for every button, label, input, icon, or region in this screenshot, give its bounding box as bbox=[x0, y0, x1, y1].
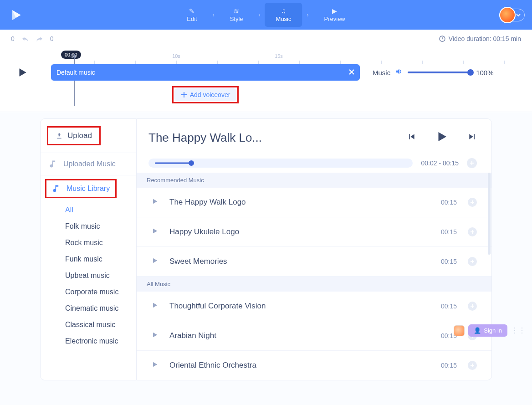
app-logo bbox=[0, 8, 32, 22]
wizard-step-label: Music bbox=[276, 15, 292, 22]
category-item[interactable]: Electronic music bbox=[41, 333, 136, 349]
track-add-button[interactable] bbox=[468, 227, 477, 236]
track-play-button[interactable] bbox=[151, 361, 159, 370]
callout-highlight: Add voiceover bbox=[172, 86, 239, 103]
player-prev-button[interactable] bbox=[407, 132, 416, 143]
track-add-button[interactable] bbox=[468, 257, 477, 266]
avatar bbox=[499, 7, 516, 23]
wizard-step-music[interactable]: ♫ Music bbox=[265, 3, 302, 27]
player-play-button[interactable] bbox=[435, 130, 449, 145]
mascot-icon bbox=[454, 325, 465, 336]
player-add-button[interactable] bbox=[467, 158, 477, 168]
music-icon: ♫ bbox=[281, 7, 286, 15]
sidebar-item-uploaded-music[interactable]: Uploaded Music bbox=[41, 153, 136, 175]
undo-button[interactable] bbox=[21, 35, 29, 43]
category-item[interactable]: Corporate music bbox=[41, 284, 136, 300]
timeline-music-clip[interactable]: Default music bbox=[51, 64, 360, 81]
volume-slider[interactable] bbox=[408, 72, 471, 73]
upload-button[interactable]: Upload bbox=[49, 128, 98, 143]
category-item[interactable]: Upbeat music bbox=[41, 267, 136, 284]
track-add-button[interactable] bbox=[468, 302, 477, 311]
track-name: Oriental Ethnic Orchestra bbox=[169, 361, 430, 370]
track-section-header: All Music bbox=[137, 277, 491, 292]
track-name: Arabian Night bbox=[169, 331, 430, 340]
add-voiceover-label: Add voiceover bbox=[190, 91, 230, 98]
category-item[interactable]: Classical music bbox=[41, 317, 136, 333]
timeline-music-label: Default music bbox=[56, 69, 95, 76]
player-next-button[interactable] bbox=[468, 132, 477, 143]
track-play-button[interactable] bbox=[151, 198, 159, 207]
timeline-play-button[interactable] bbox=[16, 67, 28, 78]
volume-icon[interactable] bbox=[395, 67, 403, 77]
track-name: The Happy Walk Logo bbox=[169, 198, 430, 207]
drag-handle-icon[interactable]: ⋮⋮ bbox=[511, 326, 526, 335]
account-menu[interactable] bbox=[499, 7, 525, 23]
scrollbar[interactable] bbox=[488, 173, 491, 255]
track-duration: 00:15 bbox=[441, 302, 457, 310]
category-item[interactable]: Rock music bbox=[41, 235, 136, 251]
track-row[interactable]: The Happy Walk Logo00:15 bbox=[137, 188, 491, 217]
category-item[interactable]: Funk music bbox=[41, 251, 136, 267]
track-row[interactable]: Thoughtful Corporate Vision00:15 bbox=[137, 292, 491, 321]
wizard-step-label: Edit bbox=[187, 15, 197, 22]
category-item[interactable]: All bbox=[41, 202, 136, 218]
ruler-tick: 10s bbox=[172, 53, 180, 59]
track-row[interactable]: Happy Ukulele Logo00:15 bbox=[137, 217, 491, 247]
category-item[interactable]: Folk music bbox=[41, 218, 136, 235]
track-name: Thoughtful Corporate Vision bbox=[169, 302, 430, 311]
wizard-steps: ✎ Edit › ≋ Style › ♫ Music › ▶ Preview bbox=[176, 3, 356, 27]
video-duration: Video duration: 00:15 min bbox=[439, 35, 521, 42]
style-icon: ≋ bbox=[234, 7, 239, 15]
sidebar-item-label: Music Library bbox=[66, 185, 110, 193]
track-name: Sweet Memories bbox=[169, 257, 430, 266]
sidebar-item-music-library[interactable]: Music Library bbox=[47, 181, 114, 196]
music-player: The Happy Walk Lo... 00:02 bbox=[137, 119, 491, 173]
add-voiceover-button[interactable]: Add voiceover bbox=[174, 88, 237, 101]
signin-label: Sign in bbox=[484, 327, 502, 334]
category-item[interactable]: Cinematic music bbox=[41, 300, 136, 317]
ruler-tick: 15s bbox=[275, 53, 283, 59]
app-header: ✎ Edit › ≋ Style › ♫ Music › ▶ Preview bbox=[0, 0, 532, 30]
track-play-button[interactable] bbox=[151, 257, 159, 266]
track-play-button[interactable] bbox=[151, 227, 159, 236]
timeline: 00:00 5s 10s 15s Default music Music 100… bbox=[0, 48, 532, 112]
main-panel: Upload Uploaded Music Music Library AllF… bbox=[0, 112, 532, 380]
signin-button[interactable]: 👤 Sign in bbox=[468, 324, 507, 337]
wizard-step-style[interactable]: ≋ Style bbox=[219, 3, 254, 27]
track-row[interactable]: Oriental Ethnic Orchestra00:15 bbox=[137, 351, 491, 380]
wizard-step-preview[interactable]: ▶ Preview bbox=[313, 3, 356, 27]
track-row[interactable]: Sweet Memories00:15 bbox=[137, 247, 491, 277]
info-bar: 0 0 Video duration: 00:15 min bbox=[0, 30, 532, 48]
video-duration-text: Video duration: 00:15 min bbox=[449, 35, 521, 42]
redo-button[interactable] bbox=[36, 35, 44, 43]
track-play-button[interactable] bbox=[151, 302, 159, 311]
remove-music-button[interactable] bbox=[349, 69, 354, 76]
callout-highlight: Upload bbox=[47, 126, 101, 145]
upload-label: Upload bbox=[67, 131, 92, 140]
track-row[interactable]: Arabian Night00:15 bbox=[137, 321, 491, 351]
track-add-button[interactable] bbox=[468, 361, 477, 370]
user-icon: 👤 bbox=[474, 327, 481, 334]
wizard-step-edit[interactable]: ✎ Edit bbox=[176, 3, 208, 27]
player-seek-bar[interactable] bbox=[148, 159, 413, 168]
track-duration: 00:15 bbox=[441, 199, 457, 206]
chevron-right-icon: › bbox=[213, 12, 215, 18]
track-name: Happy Ukulele Logo bbox=[169, 227, 430, 236]
track-section-header: Recommended Music bbox=[137, 173, 491, 188]
edit-icon: ✎ bbox=[189, 7, 194, 15]
volume-value: 100% bbox=[476, 69, 493, 77]
player-time-text: 00:02 - 00:15 bbox=[421, 159, 459, 167]
wizard-step-label: Style bbox=[230, 15, 243, 22]
music-categories: AllFolk musicRock musicFunk musicUpbeat … bbox=[41, 200, 136, 359]
volume-control: Music 100% bbox=[373, 67, 494, 77]
undo-count: 0 bbox=[11, 35, 15, 42]
track-add-button[interactable] bbox=[468, 198, 477, 207]
callout-highlight: Music Library bbox=[45, 179, 117, 198]
floating-signin: 👤 Sign in ⋮⋮ bbox=[454, 324, 526, 337]
chevron-right-icon: › bbox=[259, 12, 261, 18]
music-content: The Happy Walk Lo... 00:02 bbox=[137, 118, 492, 380]
current-track-title: The Happy Walk Lo... bbox=[148, 131, 262, 145]
track-play-button[interactable] bbox=[151, 331, 159, 340]
volume-label: Music bbox=[373, 69, 390, 77]
wizard-step-label: Preview bbox=[324, 15, 345, 22]
